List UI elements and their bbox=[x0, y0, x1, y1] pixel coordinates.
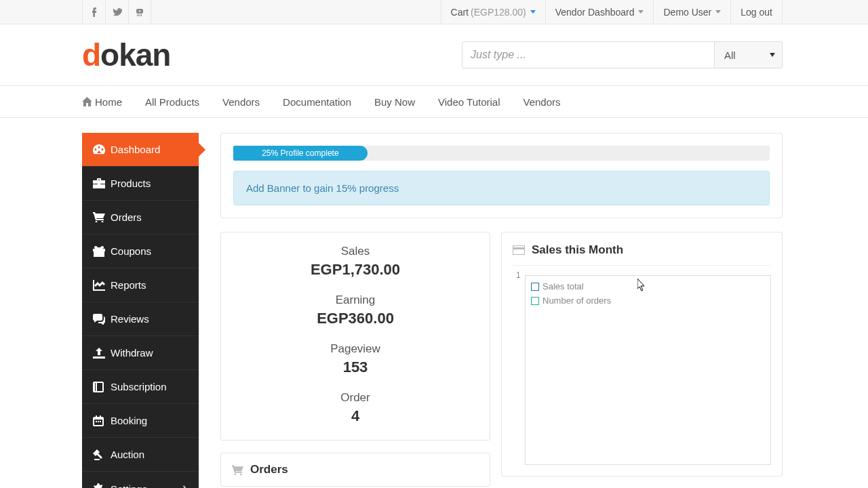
main: 25% Profile complete Add Banner to gain … bbox=[220, 133, 783, 487]
svg-rect-0 bbox=[513, 245, 525, 255]
nav-home[interactable]: Home bbox=[82, 86, 134, 117]
sidebar-item-label: Dashboard bbox=[111, 144, 160, 155]
cart-label: Cart bbox=[451, 7, 469, 18]
legend-swatch bbox=[531, 297, 539, 305]
stat-label: Order bbox=[221, 391, 490, 405]
stat-value: EGP360.00 bbox=[221, 310, 490, 327]
vendor-dashboard-link[interactable]: Vendor Dashboard bbox=[545, 0, 654, 24]
legend-label: Number of orders bbox=[542, 296, 611, 306]
twitter-icon[interactable] bbox=[105, 0, 128, 24]
y-axis-tick: 1 bbox=[516, 270, 521, 280]
search-wrap: All bbox=[462, 41, 783, 68]
legend-item-sales[interactable]: Sales total bbox=[531, 281, 611, 291]
vendor-dashboard-label: Vendor Dashboard bbox=[555, 7, 635, 18]
sidebar-item-dashboard[interactable]: Dashboard bbox=[82, 133, 199, 167]
chevron-down-icon bbox=[638, 10, 644, 14]
sidebar-item-label: Coupons bbox=[111, 245, 151, 257]
banner-hint-text: Add Banner to gain 15% progress bbox=[246, 182, 399, 194]
stat-pageview: Pageview 153 bbox=[221, 342, 490, 376]
social-links bbox=[82, 0, 151, 24]
search-input[interactable] bbox=[462, 41, 715, 68]
logout-link[interactable]: Log out bbox=[730, 0, 783, 24]
upload-icon bbox=[93, 348, 111, 359]
sidebar-item-label: Products bbox=[111, 178, 151, 189]
chart-icon bbox=[93, 280, 111, 291]
dashboard-icon bbox=[93, 144, 111, 155]
legend-item-orders[interactable]: Number of orders bbox=[531, 296, 611, 306]
briefcase-icon bbox=[93, 178, 111, 188]
cart-icon bbox=[232, 465, 243, 475]
sidebar: Dashboard Products Orders Coupons Report… bbox=[82, 133, 199, 488]
gear-icon bbox=[93, 483, 111, 488]
chart-body: 1 Sales total Number of orders bbox=[525, 275, 771, 465]
stat-value: EGP1,730.00 bbox=[221, 261, 490, 279]
sidebar-item-settings[interactable]: Settings ❯ bbox=[82, 472, 199, 488]
header: dokan All bbox=[0, 24, 868, 85]
legend-label: Sales total bbox=[542, 281, 584, 291]
nav-vendors-2[interactable]: Vendors bbox=[512, 86, 572, 117]
sidebar-item-label: Withdraw bbox=[111, 347, 153, 359]
sidebar-item-label: Booking bbox=[111, 415, 147, 426]
sidebar-item-reviews[interactable]: Reviews bbox=[82, 302, 199, 336]
svg-rect-1 bbox=[513, 247, 525, 249]
orders-title: Orders bbox=[250, 463, 288, 476]
stat-label: Sales bbox=[221, 245, 490, 258]
sidebar-item-products[interactable]: Products bbox=[82, 167, 199, 201]
youtube-icon[interactable] bbox=[128, 0, 151, 24]
card-icon bbox=[513, 245, 525, 255]
stats-card: Sales EGP1,730.00 Earning EGP360.00 Page… bbox=[220, 232, 490, 441]
chart-title: Sales this Month bbox=[532, 243, 623, 257]
demo-user-label: Demo User bbox=[663, 7, 711, 18]
progress-bar-track: 25% Profile complete bbox=[233, 146, 770, 161]
progress-text: 25% Profile complete bbox=[262, 148, 338, 158]
legend-swatch bbox=[531, 283, 539, 291]
chart-header: Sales this Month bbox=[513, 243, 771, 266]
topbar: Cart (EGP128.00) Vendor Dashboard Demo U… bbox=[0, 0, 868, 24]
orders-card: Orders bbox=[220, 453, 490, 487]
sidebar-item-label: Reviews bbox=[111, 313, 149, 325]
nav-buy-now[interactable]: Buy Now bbox=[363, 86, 427, 117]
stat-value: 4 bbox=[221, 407, 490, 425]
nav-all-products[interactable]: All Products bbox=[134, 86, 211, 117]
stat-label: Pageview bbox=[221, 342, 490, 356]
sidebar-item-reports[interactable]: Reports bbox=[82, 268, 199, 302]
chevron-down-icon bbox=[715, 10, 721, 14]
calendar-icon bbox=[93, 415, 111, 426]
category-select[interactable]: All bbox=[715, 41, 783, 68]
right-col: Sales this Month 1 Sales total Number of… bbox=[501, 232, 783, 476]
facebook-icon[interactable] bbox=[82, 0, 105, 24]
chevron-right-icon: ❯ bbox=[182, 485, 188, 489]
banner-hint[interactable]: Add Banner to gain 15% progress bbox=[233, 171, 770, 205]
nav-documentation[interactable]: Documentation bbox=[271, 86, 363, 117]
home-icon bbox=[82, 97, 92, 106]
navbar: Home All Products Vendors Documentation … bbox=[0, 85, 868, 118]
sidebar-item-auction[interactable]: Auction bbox=[82, 438, 199, 472]
gift-icon bbox=[93, 246, 111, 257]
chart-card: Sales this Month 1 Sales total Number of… bbox=[501, 232, 783, 476]
cart-amount: (EGP128.00) bbox=[471, 7, 526, 18]
sidebar-item-booking[interactable]: Booking bbox=[82, 404, 199, 438]
stat-earning: Earning EGP360.00 bbox=[221, 293, 490, 327]
demo-user-link[interactable]: Demo User bbox=[653, 0, 730, 24]
sidebar-item-coupons[interactable]: Coupons bbox=[82, 235, 199, 268]
cart-link[interactable]: Cart (EGP128.00) bbox=[441, 0, 545, 24]
sidebar-item-label: Orders bbox=[111, 211, 142, 223]
stat-value: 153 bbox=[221, 359, 490, 376]
category-label: All bbox=[724, 49, 736, 61]
cart-icon bbox=[93, 212, 111, 222]
left-col: Sales EGP1,730.00 Earning EGP360.00 Page… bbox=[220, 232, 490, 487]
logo[interactable]: dokan bbox=[82, 37, 170, 73]
sidebar-item-orders[interactable]: Orders bbox=[82, 201, 199, 235]
stat-sales: Sales EGP1,730.00 bbox=[221, 245, 490, 279]
profile-card: 25% Profile complete Add Banner to gain … bbox=[220, 133, 783, 218]
nav-home-label: Home bbox=[95, 96, 122, 108]
chevron-down-icon bbox=[530, 10, 536, 14]
sidebar-item-label: Subscription bbox=[111, 381, 167, 392]
content: Dashboard Products Orders Coupons Report… bbox=[0, 118, 868, 488]
sidebar-item-label: Auction bbox=[111, 449, 144, 460]
sidebar-item-subscription[interactable]: Subscription bbox=[82, 370, 199, 404]
sidebar-item-withdraw[interactable]: Withdraw bbox=[82, 336, 199, 370]
orders-header: Orders bbox=[221, 453, 490, 486]
nav-vendors[interactable]: Vendors bbox=[211, 86, 271, 117]
nav-video-tutorial[interactable]: Video Tutorial bbox=[427, 86, 511, 117]
